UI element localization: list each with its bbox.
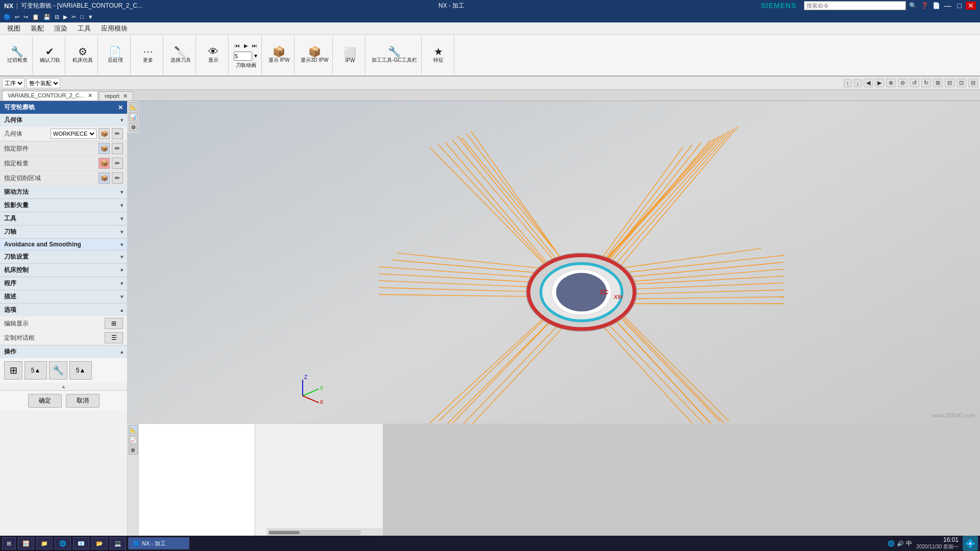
gc-toolbar-button[interactable]: 🔧 加工工具-GC工具栏 bbox=[371, 45, 418, 65]
tab-report[interactable]: report ✕ bbox=[99, 91, 133, 101]
cancel-button[interactable]: 取消 bbox=[66, 394, 100, 408]
3d-icon[interactable]: 💠 bbox=[963, 536, 978, 551]
search-input[interactable] bbox=[804, 1, 906, 10]
avoidance-header[interactable]: Avoidance and Smoothing ▾ bbox=[0, 239, 127, 250]
geometry-edit-icon-btn[interactable]: ✏ bbox=[112, 128, 123, 139]
menu-render[interactable]: 渲染 bbox=[49, 23, 72, 34]
tool-select-button[interactable]: 🔪 选择刀具 bbox=[169, 45, 192, 65]
left-icon-2[interactable]: 📊 bbox=[129, 112, 138, 121]
program-header[interactable]: 程序 ▾ bbox=[0, 277, 127, 290]
process-select[interactable]: 工序 bbox=[2, 78, 24, 88]
bottom-icon-3[interactable]: ⚙ bbox=[129, 445, 138, 455]
display-button[interactable]: 👁 显示 bbox=[207, 45, 219, 65]
dropdown-button[interactable]: ▼ bbox=[86, 13, 95, 20]
check-select-btn[interactable]: 📦 bbox=[99, 158, 110, 169]
document-icon[interactable]: 📄 bbox=[933, 2, 940, 9]
new-button[interactable]: ⊟ bbox=[53, 13, 61, 21]
animation-speed-input[interactable] bbox=[234, 52, 252, 61]
left-icon-3[interactable]: ⚙ bbox=[129, 122, 138, 132]
menu-tools[interactable]: 工具 bbox=[72, 23, 96, 34]
edit-display-btn[interactable]: ⊞ bbox=[105, 318, 123, 329]
fit-button[interactable]: ⊟ bbox=[945, 79, 954, 87]
menu-view[interactable]: 视图 bbox=[2, 23, 26, 34]
options-header[interactable]: 选项 ▴ bbox=[0, 304, 127, 316]
assembly-select[interactable]: 整个装配 bbox=[27, 78, 60, 88]
tool-axis-header[interactable]: 刀轴 ▾ bbox=[0, 226, 127, 238]
drive-method-header[interactable]: 驱动方法 ▾ bbox=[0, 186, 127, 198]
undo-button[interactable]: ↩ bbox=[13, 13, 21, 21]
geometry-select[interactable]: WORKPIECE bbox=[51, 129, 96, 139]
play-anim-button[interactable]: ▶ bbox=[243, 42, 249, 49]
op-btn-3[interactable]: 🔧 bbox=[49, 361, 67, 380]
search-icon[interactable]: 🔍 bbox=[909, 2, 917, 9]
lang-indicator[interactable]: 中 bbox=[906, 539, 912, 548]
geometry-select-icon-btn[interactable]: 📦 bbox=[99, 128, 110, 139]
zoom-out-button[interactable]: ⊖ bbox=[898, 79, 908, 87]
confirm-toolpath-button[interactable]: ✔ 确认刀轨 bbox=[39, 45, 61, 65]
left-button[interactable]: ◀ bbox=[864, 79, 873, 87]
taskbar-app-5[interactable]: 📂 bbox=[91, 537, 108, 549]
panel-close-button[interactable]: ✕ bbox=[118, 104, 123, 111]
start-button[interactable]: ⊞ bbox=[2, 537, 16, 549]
cut-button[interactable]: ✂ bbox=[70, 13, 78, 21]
redo-button[interactable]: ↪ bbox=[22, 13, 30, 21]
copy-button[interactable]: 📋 bbox=[31, 13, 41, 21]
left-icon-1[interactable]: 📐 bbox=[129, 102, 138, 111]
close-button[interactable]: ✕ bbox=[966, 2, 976, 10]
right-button[interactable]: ▶ bbox=[875, 79, 884, 87]
tab-close-2[interactable]: ✕ bbox=[123, 93, 128, 99]
taskbar-app-4[interactable]: 📧 bbox=[73, 537, 89, 549]
more1-button[interactable]: ⋯ 更多 bbox=[142, 45, 154, 65]
horizontal-scrollbar[interactable] bbox=[266, 529, 383, 536]
taskbar-app-2[interactable]: 📁 bbox=[36, 537, 53, 549]
nx-taskbar-button[interactable]: 🔵 NX - 加工 bbox=[128, 537, 189, 549]
ipw-section-button[interactable]: ⬜ IPW bbox=[342, 46, 357, 64]
proj-vector-header[interactable]: 投影矢量 ▾ bbox=[0, 199, 127, 212]
operations-header[interactable]: 操作 ▴ bbox=[0, 345, 127, 358]
filter-button[interactable]: ⊟ bbox=[968, 79, 978, 87]
geometry-header[interactable]: 几何体 ▾ bbox=[0, 114, 127, 127]
bottom-icon-1[interactable]: 📐 bbox=[129, 425, 138, 434]
tab-variable-contour[interactable]: VARIABLE_CONTOUR_2_C... ✕ bbox=[2, 91, 98, 101]
tab-close-1[interactable]: ✕ bbox=[88, 92, 92, 98]
prev-frame-button[interactable]: ⏮ bbox=[234, 42, 241, 49]
machine-sim-button[interactable]: ⚙ 机床仿真 bbox=[71, 45, 94, 65]
bottom-icon-2[interactable]: 📈 bbox=[129, 435, 138, 444]
up-button[interactable]: ↑ bbox=[844, 79, 852, 87]
menu-assembly[interactable]: 装配 bbox=[26, 23, 49, 34]
postprocess-button[interactable]: 📄 后处理 bbox=[107, 45, 124, 65]
toolpath-settings-header[interactable]: 刀轨设置 ▾ bbox=[0, 251, 127, 263]
taskbar-app-3[interactable]: 🌐 bbox=[55, 537, 71, 549]
overcut-check-button[interactable]: 🔧 过切检查 bbox=[6, 45, 29, 65]
cut-select-btn[interactable]: 📦 bbox=[99, 172, 110, 184]
maximize-button[interactable]: □ bbox=[955, 2, 964, 10]
op-btn-1[interactable]: ⊞ bbox=[4, 361, 22, 380]
op-btn-2[interactable]: 5▲ bbox=[24, 361, 47, 380]
part-select-btn[interactable]: 📦 bbox=[99, 143, 110, 154]
description-header[interactable]: 描述 ▾ bbox=[0, 290, 127, 303]
snap-button[interactable]: □ bbox=[79, 13, 85, 20]
minimize-button[interactable]: — bbox=[942, 2, 953, 10]
ok-button[interactable]: 确定 bbox=[28, 394, 62, 408]
grid-button[interactable]: ⊞ bbox=[933, 79, 943, 87]
speed-dropdown[interactable]: ▼ bbox=[253, 53, 258, 59]
menu-modules[interactable]: 应用模块 bbox=[96, 23, 133, 34]
show-3d-ipw-button[interactable]: 📦 显示3D IPW bbox=[300, 45, 329, 65]
rotate-ccw-button[interactable]: ↺ bbox=[910, 79, 919, 87]
part-edit-btn[interactable]: ✏ bbox=[112, 143, 123, 154]
play-button[interactable]: ▶ bbox=[62, 13, 69, 21]
show-ipw-button[interactable]: 📦 显示 IPW bbox=[267, 45, 291, 65]
select-button[interactable]: ⊡ bbox=[957, 79, 966, 87]
down-button[interactable]: ↓ bbox=[854, 79, 862, 87]
cut-edit-btn[interactable]: ✏ bbox=[112, 172, 123, 184]
help-icon[interactable]: ❓ bbox=[921, 2, 928, 9]
custom-dialog-btn[interactable]: ☰ bbox=[105, 332, 123, 343]
feature-button[interactable]: ★ 特征 bbox=[432, 45, 445, 65]
tool-header[interactable]: 工具 ▾ bbox=[0, 212, 127, 225]
op-btn-4[interactable]: 5▲ bbox=[69, 361, 92, 380]
taskbar-app-6[interactable]: 💻 bbox=[110, 537, 126, 549]
taskbar-app-1[interactable]: 🪟 bbox=[18, 537, 34, 549]
save-button[interactable]: 💾 bbox=[42, 13, 52, 21]
rotate-cw-button[interactable]: ↻ bbox=[921, 79, 931, 87]
nx-icon[interactable]: 🔵 bbox=[2, 13, 12, 21]
